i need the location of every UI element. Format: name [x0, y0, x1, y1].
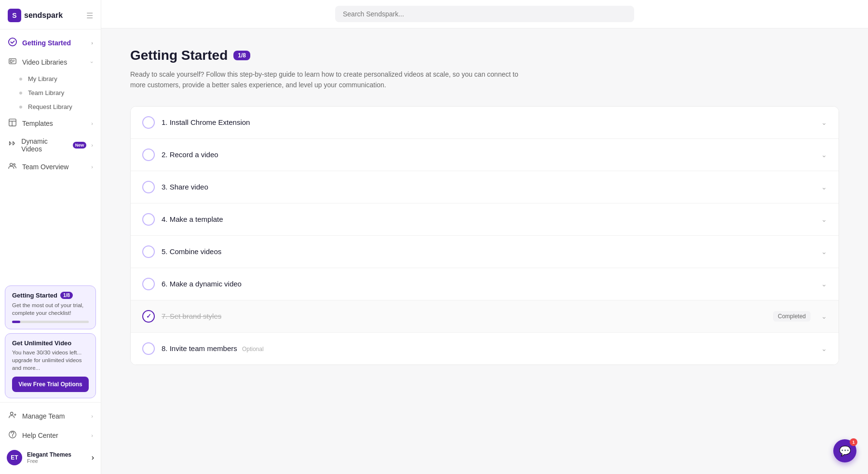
sidebar-item-request-library[interactable]: Request Library	[0, 100, 101, 114]
sidebar-item-label: Team Overview	[22, 163, 68, 171]
check-circle-6	[142, 278, 155, 290]
card-getting-started-title: Getting Started	[12, 292, 57, 299]
chevron-down-icon: ⌄	[821, 345, 827, 352]
menu-icon[interactable]: ☰	[86, 11, 93, 20]
sidebar-cards: Getting Started 1/8 Get the most out of …	[0, 282, 101, 402]
checklist-item-record-video[interactable]: 2. Record a video ⌄	[131, 139, 839, 171]
sidebar-item-label: Templates	[22, 120, 53, 127]
item-label-2: 2. Record a video	[162, 150, 814, 159]
topbar	[101, 0, 868, 28]
chevron-icon: ›	[92, 453, 94, 462]
progress-segment-2	[22, 321, 30, 323]
sidebar: S sendspark ☰ Getting Started › Video Li…	[0, 0, 101, 474]
user-plan: Free	[27, 458, 87, 464]
svg-point-9	[14, 164, 15, 166]
sub-nav-label: My Library	[28, 75, 57, 82]
sidebar-item-templates[interactable]: Templates ›	[0, 114, 101, 133]
check-circle-2	[142, 149, 155, 161]
chevron-icon: ›	[91, 413, 93, 419]
item-optional-label: Optional	[242, 346, 264, 352]
item-label-4: 4. Make a template	[162, 215, 814, 223]
check-circle-7	[142, 310, 155, 323]
sidebar-item-help-center[interactable]: Help Center ›	[0, 426, 101, 445]
checklist-item-share-video[interactable]: 3. Share video ⌄	[131, 171, 839, 203]
chat-icon: 💬	[839, 445, 851, 457]
chat-notification-badge: 1	[850, 438, 857, 446]
card-getting-started-desc: Get the most out of your trial, complete…	[12, 301, 89, 317]
chevron-icon: ›	[91, 142, 93, 148]
progress-segment-3	[32, 321, 40, 323]
checklist-item-invite-members[interactable]: 8. Invite team members Optional ⌄	[131, 333, 839, 365]
item-label-8: 8. Invite team members Optional	[162, 344, 814, 352]
progress-segment-8	[81, 321, 89, 323]
sidebar-item-video-libraries[interactable]: Video Libraries ›	[0, 53, 101, 72]
item-label-1: 1. Install Chrome Extension	[162, 118, 814, 126]
content-area: Getting Started 1/8 Ready to scale yours…	[101, 28, 868, 474]
chevron-down-icon: ⌄	[821, 216, 827, 223]
item-label-7: 7. Set brand styles	[162, 312, 766, 320]
card-getting-started: Getting Started 1/8 Get the most out of …	[5, 285, 96, 329]
sidebar-item-getting-started[interactable]: Getting Started ›	[0, 33, 101, 53]
progress-segment-4	[41, 321, 50, 323]
checklist-item-make-template[interactable]: 4. Make a template ⌄	[131, 203, 839, 236]
sidebar-item-team-library[interactable]: Team Library	[0, 86, 101, 100]
checklist-item-combine-videos[interactable]: 5. Combine videos ⌄	[131, 236, 839, 268]
page-title: Getting Started	[130, 48, 228, 63]
check-circle-3	[142, 181, 155, 193]
sidebar-item-manage-team[interactable]: Manage Team ›	[0, 406, 101, 426]
sidebar-item-my-library[interactable]: My Library	[0, 72, 101, 86]
search-input[interactable]	[335, 6, 634, 22]
sidebar-item-label: Getting Started	[22, 39, 71, 47]
card-title-row: Getting Started 1/8	[12, 292, 89, 299]
progress-segment-6	[61, 321, 69, 323]
check-circle-1	[142, 116, 155, 129]
video-libraries-icon	[8, 57, 17, 68]
user-info: Elegant Themes Free	[27, 451, 87, 464]
progress-segment-7	[71, 321, 79, 323]
sidebar-item-label: Dynamic Videos	[21, 137, 66, 153]
chevron-icon: ›	[91, 40, 93, 46]
chevron-down-icon: ⌄	[821, 183, 827, 191]
user-name: Elegant Themes	[27, 451, 87, 458]
check-circle-8	[142, 342, 155, 355]
logo-area: S sendspark	[8, 9, 63, 22]
sub-nav: My Library Team Library Request Library	[0, 72, 101, 114]
sidebar-header: S sendspark ☰	[0, 0, 101, 29]
svg-point-10	[11, 412, 13, 415]
item-label-6: 6. Make a dynamic video	[162, 280, 814, 288]
completed-badge: Completed	[773, 311, 811, 322]
page-description: Ready to scale yourself? Follow this ste…	[130, 69, 526, 91]
checklist: 1. Install Chrome Extension ⌄ 2. Record …	[130, 106, 839, 365]
checklist-item-brand-styles[interactable]: 7. Set brand styles Completed ⌄	[131, 300, 839, 333]
sidebar-item-team-overview[interactable]: Team Overview ›	[0, 157, 101, 176]
sidebar-item-label: Video Libraries	[22, 58, 67, 66]
chevron-icon: ›	[91, 433, 93, 438]
chevron-down-icon: ⌄	[821, 248, 827, 256]
card-getting-started-badge: 1/8	[60, 292, 73, 299]
sidebar-user[interactable]: ET Elegant Themes Free ›	[0, 445, 101, 470]
manage-team-icon	[8, 411, 17, 421]
chevron-down-icon: ⌄	[821, 280, 827, 288]
svg-rect-5	[9, 119, 16, 126]
chevron-icon: ›	[89, 61, 95, 63]
view-free-trial-button[interactable]: View Free Trial Options	[12, 377, 89, 392]
card-get-unlimited: Get Unlimited Video You have 30/30 video…	[5, 333, 96, 398]
sub-nav-label: Request Library	[28, 103, 72, 110]
badge-new: New	[73, 142, 87, 149]
card-unlimited-desc: You have 30/30 videos left... upgrade fo…	[12, 349, 89, 372]
chevron-down-icon: ⌄	[821, 119, 827, 126]
page-title-row: Getting Started 1/8	[130, 48, 839, 63]
chat-bubble[interactable]: 💬 1	[833, 439, 856, 462]
progress-segment-5	[51, 321, 59, 323]
card-unlimited-title: Get Unlimited Video	[12, 339, 89, 347]
sidebar-item-label: Manage Team	[22, 412, 65, 420]
sidebar-item-dynamic-videos[interactable]: Dynamic Videos New ›	[0, 133, 101, 157]
templates-icon	[8, 118, 17, 129]
checklist-item-install-chrome[interactable]: 1. Install Chrome Extension ⌄	[131, 107, 839, 139]
help-center-icon	[8, 430, 17, 441]
main-content: Getting Started 1/8 Ready to scale yours…	[101, 0, 868, 474]
svg-point-8	[10, 163, 13, 166]
chevron-icon: ›	[91, 164, 93, 170]
svg-rect-2	[11, 60, 13, 62]
checklist-item-dynamic-video[interactable]: 6. Make a dynamic video ⌄	[131, 268, 839, 300]
